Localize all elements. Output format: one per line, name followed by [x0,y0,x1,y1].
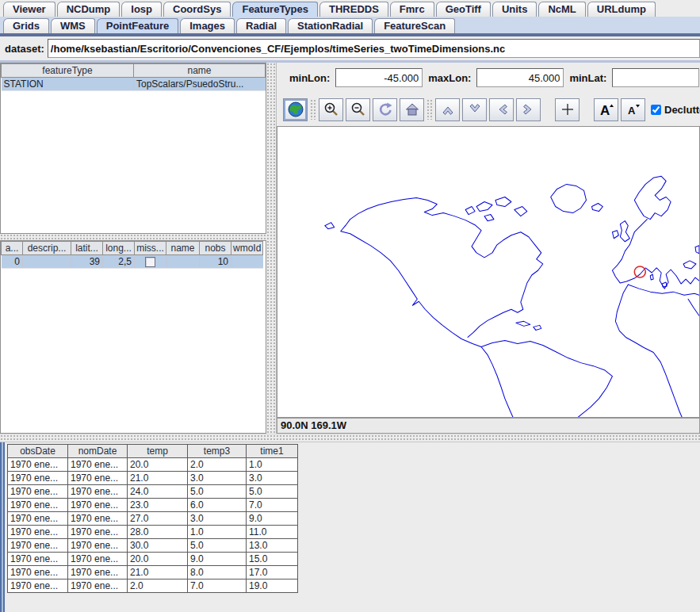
declutter-toggle[interactable]: Declutter [651,104,700,116]
cell[interactable]: 3.0 [188,472,247,485]
cell[interactable]: 8.0 [188,566,247,579]
cell[interactable]: 3.0 [188,512,247,526]
cell[interactable]: 1970 ene... [8,579,68,593]
collapsed-split-divider[interactable] [0,442,5,612]
table-row[interactable]: 1970 ene...1970 ene...20.09.015.0 [8,553,298,566]
tab-images[interactable]: Images [180,18,235,33]
table-row[interactable]: 1970 ene...1970 ene...2.07.019.0 [8,579,298,593]
column-header-long-[interactable]: long... [103,242,135,255]
cell[interactable]: 1970 ene... [8,485,68,499]
chevron-down-button[interactable] [462,98,487,121]
cell[interactable]: 2.0 [188,458,247,472]
cell[interactable]: 20.0 [128,458,188,472]
column-header-time1[interactable]: time1 [247,445,298,458]
tab-ncml[interactable]: NcML [538,2,585,17]
cell[interactable]: 5.0 [188,485,247,499]
tab-ncdump[interactable]: NCDump [57,2,120,17]
cell[interactable] [166,255,200,269]
declutter-checkbox[interactable] [651,105,661,115]
table-row[interactable]: 1970 ene...1970 ene...20.02.01.0 [8,458,298,472]
cell[interactable]: 7.0 [247,499,298,512]
cell[interactable]: 10 [200,255,231,269]
cell[interactable]: 2.0 [128,579,188,593]
plus-button[interactable] [555,98,580,121]
dataset-input[interactable] [48,39,700,58]
missing-checkbox[interactable] [145,257,155,267]
minlon-field[interactable] [335,68,423,87]
zoom-in-button[interactable] [319,98,343,121]
column-header-obsdate[interactable]: obsDate [8,445,68,458]
cell[interactable]: 1970 ene... [68,553,128,566]
cell[interactable]: 1970 ene... [68,579,128,593]
home-button[interactable] [400,98,424,121]
cell[interactable]: 1970 ene... [8,512,68,526]
cell[interactable]: 23.0 [128,499,188,512]
cell[interactable]: 1970 ene... [8,539,68,553]
column-header-descrip-[interactable]: descrip... [23,242,71,255]
cell[interactable]: 9.0 [188,553,247,566]
tab-grids[interactable]: Grids [3,18,49,33]
table-row[interactable]: 0392,510 [2,255,263,269]
cell[interactable]: 5.0 [247,485,298,499]
tab-radial[interactable]: Radial [236,18,286,33]
column-header-name[interactable]: name [134,64,266,78]
cell[interactable]: 1970 ene... [8,472,68,485]
cell[interactable]: 1970 ene... [8,526,68,539]
table-row[interactable]: 1970 ene...1970 ene...21.03.03.0 [8,472,298,485]
cell[interactable]: 13.0 [247,539,298,553]
cell[interactable]: 6.0 [188,499,247,512]
cell[interactable]: 20.0 [128,553,188,566]
column-header-wmoid[interactable]: wmoId [231,242,263,255]
globe-button[interactable] [283,98,308,121]
font-increase-button[interactable]: A [594,98,618,121]
font-decrease-button[interactable]: A [621,98,645,121]
chevron-left-button[interactable] [489,98,514,121]
table-row[interactable]: STATIONTopScalars/PsuedoStru... [2,78,266,91]
tab-iosp[interactable]: Iosp [121,2,162,17]
cell[interactable]: TopScalars/PsuedoStru... [134,78,266,91]
table-row[interactable]: 1970 ene...1970 ene...21.08.017.0 [8,566,298,579]
maxlon-field[interactable] [476,68,564,87]
tab-coordsys[interactable]: CoordSys [163,2,231,17]
cell[interactable] [23,255,71,269]
tab-pointfeature[interactable]: PointFeature [97,18,178,33]
cell[interactable]: 39 [71,255,103,269]
table-row[interactable]: 1970 ene...1970 ene...30.05.013.0 [8,539,298,553]
tab-featuretypes[interactable]: FeatureTypes [232,2,318,17]
cell[interactable]: 2,5 [103,255,135,269]
tab-featurescan[interactable]: FeatureScan [374,18,455,33]
table-row[interactable]: 1970 ene...1970 ene...28.01.011.0 [8,526,298,539]
tab-units[interactable]: Units [492,2,537,17]
column-header-featuretype[interactable]: featureType [2,64,134,78]
vertical-split-divider[interactable] [266,63,276,434]
table-row[interactable]: 1970 ene...1970 ene...23.06.07.0 [8,499,298,512]
chevron-up-button[interactable] [435,98,460,121]
station-marker[interactable] [634,266,645,277]
cell[interactable]: 1970 ene... [8,499,68,512]
tab-viewer[interactable]: Viewer [3,2,55,17]
horizontal-split-divider[interactable] [0,434,700,442]
cell[interactable]: 17.0 [247,566,298,579]
column-header-a-[interactable]: a... [2,242,23,255]
cell[interactable]: 1970 ene... [68,472,128,485]
tab-stationradial[interactable]: StationRadial [288,18,373,33]
cell[interactable]: 1970 ene... [68,566,128,579]
cell[interactable]: 28.0 [128,526,188,539]
cell[interactable]: 1.0 [188,526,247,539]
map-canvas[interactable] [277,126,700,418]
tab-wms[interactable]: WMS [51,18,95,33]
tab-geotiff[interactable]: GeoTiff [436,2,491,17]
cell[interactable]: 19.0 [247,579,298,593]
cell[interactable]: 0 [2,255,23,269]
left-split-divider[interactable] [0,234,266,240]
cell[interactable] [231,255,263,269]
tab-thredds[interactable]: THREDDS [319,2,388,17]
cell[interactable]: 11.0 [247,526,298,539]
cell[interactable]: 5.0 [188,539,247,553]
tab-fmrc[interactable]: Fmrc [390,2,434,17]
column-header-nobs[interactable]: nobs [200,242,231,255]
column-header-name[interactable]: name [166,242,200,255]
cell[interactable]: 1970 ene... [68,512,128,526]
chevron-right-button[interactable] [516,98,541,121]
cell[interactable]: 1970 ene... [68,539,128,553]
